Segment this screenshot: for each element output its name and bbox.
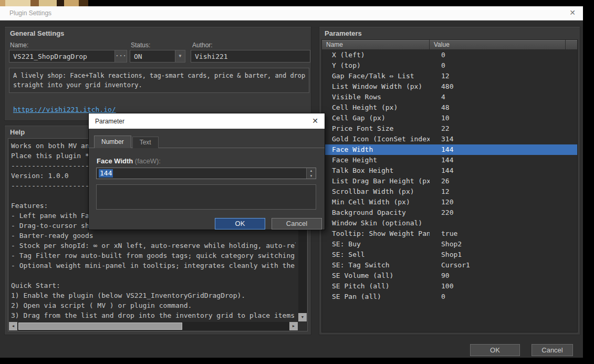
spinner-buttons[interactable]: ▲ ▼ — [306, 168, 316, 179]
param-value-cell: Shop1 — [430, 249, 577, 260]
param-value-cell: true — [430, 228, 577, 239]
param-row[interactable]: Talk Box Height144 — [322, 165, 577, 176]
column-header-name[interactable]: Name — [322, 40, 430, 50]
scroll-down-icon[interactable]: ▼ — [298, 313, 307, 321]
param-value-cell: 12 — [430, 71, 577, 81]
param-value-cell: Shop2 — [430, 239, 577, 249]
param-value-cell: 144 — [430, 144, 577, 155]
param-value-cell: 0 — [430, 50, 577, 60]
status-select[interactable]: ON ▼ — [130, 50, 185, 63]
param-row[interactable]: SE: BuyShop2 — [322, 239, 577, 249]
scrollbar-corner — [298, 322, 307, 330]
dialog-close-icon[interactable]: ✕ — [312, 117, 318, 125]
window-title: Plugin Settings — [9, 9, 51, 17]
param-row[interactable]: Cell Height (px)48 — [322, 102, 577, 113]
value-spinner-input[interactable]: 144 ▲ ▼ — [96, 168, 316, 179]
field-label-hint-text: (faceW): — [135, 157, 161, 165]
param-value-cell: 4 — [430, 92, 577, 102]
param-value-cell: 220 — [430, 207, 577, 218]
window-titlebar: Plugin Settings ✕ — [0, 6, 583, 20]
param-row[interactable]: SE: Tag SwitchCursor1 — [322, 260, 577, 271]
param-row[interactable]: Scrollbar Width (px)12 — [322, 186, 577, 197]
dialog-ok-button[interactable]: OK — [215, 218, 265, 230]
column-header-value[interactable]: Value — [430, 40, 566, 50]
param-name-cell: Scrollbar Width (px) — [322, 186, 430, 197]
param-row[interactable]: Gap Face/Talk ⇔ List12 — [322, 71, 577, 81]
browse-button[interactable]: ··· — [114, 50, 127, 62]
name-value: VS221_ShopDragDrop — [13, 53, 87, 60]
status-value: ON — [134, 53, 142, 60]
dialog-cancel-button[interactable]: Cancel — [272, 218, 322, 230]
help-horizontal-scrollbar[interactable]: ◄ ► — [9, 322, 298, 330]
description-line1: A lively shop: Face+Talk reactions, tag-… — [13, 72, 305, 79]
param-name-cell: Face Height — [322, 155, 430, 165]
help-text-line: 3) Drag from the list and drop into the … — [11, 310, 296, 320]
help-text-line: - Barter-ready goods — [11, 231, 296, 241]
help-text-line: 1) Enable the plugin (below VS221_Invent… — [11, 290, 296, 300]
param-row[interactable]: SE Pan (all)0 — [322, 292, 577, 302]
param-row[interactable]: X (left)0 — [322, 50, 577, 60]
cancel-button[interactable]: Cancel — [532, 344, 573, 356]
tab-number[interactable]: Number — [94, 136, 131, 148]
param-row[interactable]: SE Volume (all)90 — [322, 271, 577, 281]
column-header-stub — [566, 40, 577, 50]
param-row[interactable]: Background Opacity220 — [322, 207, 577, 218]
param-name-cell: SE Pan (all) — [322, 292, 430, 302]
parameters-title: Parameters — [325, 29, 362, 37]
author-value: Vishi221 — [195, 53, 228, 60]
param-row[interactable]: List Window Width (px)480 — [322, 81, 577, 92]
param-value-cell: 100 — [430, 281, 577, 292]
scroll-right-icon[interactable]: ► — [289, 322, 298, 330]
param-row[interactable]: Gold Icon (IconSet index)314 — [322, 134, 577, 144]
param-row[interactable]: Face Width144 — [322, 144, 577, 155]
help-text-line: - Optional weight mini-panel in tooltips… — [11, 261, 296, 271]
param-row[interactable]: SE Pitch (all)100 — [322, 281, 577, 292]
scroll-left-icon[interactable]: ◄ — [9, 322, 17, 330]
param-name-cell: SE: Tag Switch — [322, 260, 430, 271]
help-text-line: - Tag Filter row auto-built from goods t… — [11, 251, 296, 261]
param-name-cell: List Window Width (px) — [322, 81, 430, 92]
param-value-cell: 120 — [430, 197, 577, 207]
param-name-cell: Tooltip: Show Weight Panel — [322, 228, 430, 239]
param-row[interactable]: Cell Gap (px)10 — [322, 113, 577, 123]
param-row[interactable]: Visible Rows4 — [322, 92, 577, 102]
parameters-table-header: Name Value — [322, 40, 577, 50]
param-row[interactable]: Face Height144 — [322, 155, 577, 165]
value-description-box — [96, 184, 316, 210]
tab-text[interactable]: Text — [132, 137, 159, 148]
parameters-table-body: X (left)0Y (top)0Gap Face/Talk ⇔ List12L… — [322, 50, 577, 302]
parameters-panel: Parameters Name Value X (left)0Y (top)0G… — [319, 26, 580, 335]
param-value-cell: 48 — [430, 102, 577, 113]
param-name-cell: List Drag Bar Height (px) — [322, 176, 430, 186]
param-row[interactable]: List Drag Bar Height (px)26 — [322, 176, 577, 186]
author-label: Author: — [192, 41, 213, 49]
plugin-link[interactable]: https://vishi221.itch.io/ — [13, 106, 116, 113]
param-value-cell: Cursor1 — [430, 260, 577, 271]
param-value-cell: 12 — [430, 186, 577, 197]
param-row[interactable]: Min Cell Width (px)120 — [322, 197, 577, 207]
spin-down-icon[interactable]: ▼ — [307, 173, 316, 179]
tab-bar: Number Text — [94, 136, 159, 148]
param-row[interactable]: Price Font Size22 — [322, 123, 577, 134]
param-row[interactable]: Tooltip: Show Weight Paneltrue — [322, 228, 577, 239]
background-game-art — [0, 0, 88, 6]
author-input[interactable]: Vishi221 — [191, 50, 310, 63]
name-input[interactable]: VS221_ShopDragDrop ··· — [9, 50, 127, 63]
param-name-cell: SE Volume (all) — [322, 271, 430, 281]
value-selected-text: 144 — [99, 169, 113, 178]
param-name-cell: Cell Height (px) — [322, 102, 430, 113]
horizontal-scrollbar-thumb[interactable] — [18, 323, 182, 330]
param-name-cell: SE Pitch (all) — [322, 281, 430, 292]
param-value-cell: 22 — [430, 123, 577, 134]
param-row[interactable]: SE: SellShop1 — [322, 249, 577, 260]
spin-up-icon[interactable]: ▲ — [307, 168, 316, 173]
param-row[interactable]: Y (top)0 — [322, 60, 577, 71]
param-row[interactable]: Window Skin (optional) — [322, 218, 577, 228]
help-text-line: - Stock per shopId: ∞ or xN left, auto-r… — [11, 241, 296, 251]
param-value-cell: 144 — [430, 155, 577, 165]
param-name-cell: Price Font Size — [322, 123, 430, 134]
param-name-cell: Gold Icon (IconSet index) — [322, 134, 430, 144]
description-line2: straight into your grid inventory. — [13, 81, 142, 89]
ok-button[interactable]: OK — [470, 344, 520, 356]
close-icon[interactable]: ✕ — [569, 8, 576, 17]
